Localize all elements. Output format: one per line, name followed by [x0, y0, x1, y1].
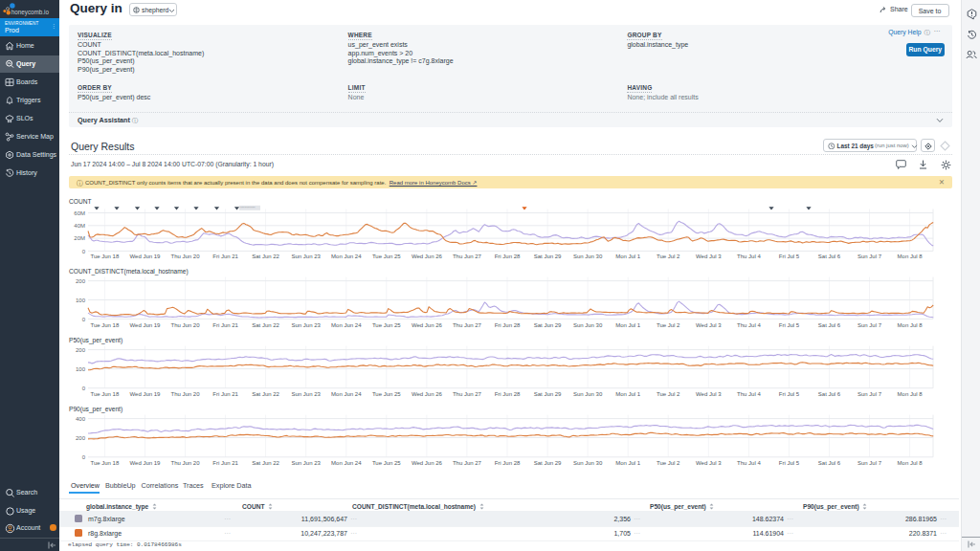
- svg-text:**********: **********: [240, 206, 256, 210]
- svg-text:Fri Jun 28: Fri Jun 28: [495, 253, 521, 259]
- svg-text:100: 100: [76, 366, 86, 372]
- svg-text:Wed Jun 26: Wed Jun 26: [412, 460, 443, 466]
- svg-text:Tue Jun 25: Tue Jun 25: [372, 253, 401, 259]
- svg-text:Thu Jun 20: Thu Jun 20: [170, 391, 200, 397]
- svg-text:Fri Jun 21: Fri Jun 21: [212, 322, 238, 328]
- svg-text:Mon Jul 1: Mon Jul 1: [615, 322, 641, 328]
- svg-text:Tue Jun 18: Tue Jun 18: [90, 391, 119, 397]
- svg-text:Fri Jul 5: Fri Jul 5: [779, 391, 800, 397]
- svg-text:Wed Jun 19: Wed Jun 19: [130, 391, 162, 397]
- svg-text:Tue Jun 25: Tue Jun 25: [372, 322, 401, 328]
- svg-text:Wed Jul 3: Wed Jul 3: [696, 391, 722, 397]
- svg-text:Sat Jul 6: Sat Jul 6: [818, 460, 841, 466]
- svg-text:Fri Jul 5: Fri Jul 5: [779, 460, 800, 466]
- svg-text:0: 0: [82, 249, 86, 254]
- svg-text:Wed Jul 3: Wed Jul 3: [696, 460, 722, 466]
- svg-text:Mon Jul 1: Mon Jul 1: [615, 253, 641, 259]
- svg-text:Tue Jun 25: Tue Jun 25: [372, 391, 401, 397]
- svg-text:Fri Jun 28: Fri Jun 28: [495, 460, 521, 466]
- svg-text:Thu Jun 27: Thu Jun 27: [453, 322, 482, 328]
- svg-text:Fri Jun 21: Fri Jun 21: [212, 460, 238, 466]
- svg-text:Thu Jun 20: Thu Jun 20: [170, 322, 200, 328]
- svg-text:Thu Jul 4: Thu Jul 4: [737, 253, 761, 259]
- svg-text:Wed Jun 26: Wed Jun 26: [412, 322, 443, 328]
- svg-text:Tue Jul 2: Tue Jul 2: [657, 391, 680, 397]
- svg-text:Wed Jun 19: Wed Jun 19: [130, 253, 162, 259]
- svg-text:Fri Jun 28: Fri Jun 28: [495, 322, 521, 328]
- svg-text:Thu Jul 4: Thu Jul 4: [737, 460, 761, 466]
- svg-text:20M: 20M: [74, 235, 85, 241]
- svg-text:100: 100: [76, 298, 86, 303]
- svg-text:Thu Jun 27: Thu Jun 27: [453, 460, 482, 466]
- svg-text:Sun Jul 7: Sun Jul 7: [858, 460, 882, 466]
- svg-text:Fri Jul 5: Fri Jul 5: [779, 253, 800, 259]
- svg-text:Sun Jun 23: Sun Jun 23: [292, 322, 322, 328]
- svg-text:200: 200: [76, 347, 86, 353]
- svg-text:Mon Jul 1: Mon Jul 1: [615, 391, 641, 397]
- svg-text:Tue Jun 25: Tue Jun 25: [372, 460, 401, 466]
- svg-text:Fri Jun 21: Fri Jun 21: [212, 253, 238, 259]
- svg-text:Mon Jun 24: Mon Jun 24: [331, 253, 362, 259]
- svg-text:Wed Jul 3: Wed Jul 3: [696, 322, 722, 328]
- svg-text:Sun Jul 7: Sun Jul 7: [858, 322, 882, 328]
- svg-text:200: 200: [76, 435, 86, 441]
- svg-text:Sun Jun 30: Sun Jun 30: [573, 460, 603, 466]
- svg-text:Mon Jun 24: Mon Jun 24: [331, 391, 362, 397]
- svg-text:Tue Jun 18: Tue Jun 18: [90, 460, 119, 466]
- svg-text:Sun Jun 23: Sun Jun 23: [292, 391, 322, 397]
- svg-text:Mon Jun 24: Mon Jun 24: [331, 460, 362, 466]
- svg-text:Sat Jun 22: Sat Jun 22: [252, 391, 279, 397]
- svg-text:Sat Jun 22: Sat Jun 22: [252, 253, 279, 259]
- svg-text:Tue Jul 2: Tue Jul 2: [657, 460, 680, 466]
- svg-text:200: 200: [76, 278, 86, 284]
- svg-text:400: 400: [76, 416, 86, 422]
- svg-text:Tue Jul 2: Tue Jul 2: [657, 322, 680, 328]
- svg-text:Thu Jul 4: Thu Jul 4: [737, 391, 761, 397]
- svg-text:Wed Jun 19: Wed Jun 19: [130, 322, 162, 328]
- svg-text:Thu Jun 27: Thu Jun 27: [453, 253, 482, 259]
- svg-text:0: 0: [82, 317, 86, 322]
- svg-text:60M: 60M: [74, 210, 85, 216]
- svg-text:Mon Jul 1: Mon Jul 1: [615, 460, 641, 466]
- svg-text:Mon Jul 8: Mon Jul 8: [898, 460, 924, 466]
- svg-text:Sat Jul 6: Sat Jul 6: [818, 322, 841, 328]
- svg-text:0: 0: [82, 386, 86, 391]
- svg-text:Thu Jun 27: Thu Jun 27: [453, 391, 482, 397]
- svg-text:40M: 40M: [74, 223, 85, 229]
- svg-text:Sat Jun 29: Sat Jun 29: [534, 391, 562, 397]
- svg-text:Sun Jun 23: Sun Jun 23: [292, 253, 322, 259]
- svg-text:Wed Jun 19: Wed Jun 19: [130, 460, 162, 466]
- svg-text:Sat Jun 29: Sat Jun 29: [534, 253, 562, 259]
- svg-text:Thu Jul 4: Thu Jul 4: [737, 322, 761, 328]
- svg-text:Tue Jun 18: Tue Jun 18: [90, 253, 119, 259]
- svg-text:Sun Jun 30: Sun Jun 30: [573, 253, 603, 259]
- svg-text:0: 0: [82, 454, 86, 460]
- svg-text:Thu Jun 20: Thu Jun 20: [170, 253, 200, 259]
- svg-text:Sat Jun 29: Sat Jun 29: [534, 322, 562, 328]
- svg-text:Sat Jul 6: Sat Jul 6: [818, 391, 841, 397]
- svg-text:Mon Jul 8: Mon Jul 8: [898, 253, 924, 259]
- svg-text:Mon Jul 8: Mon Jul 8: [898, 391, 924, 397]
- svg-text:Sun Jul 7: Sun Jul 7: [858, 391, 882, 397]
- svg-text:Fri Jun 28: Fri Jun 28: [495, 391, 521, 397]
- svg-text:Sat Jul 6: Sat Jul 6: [818, 253, 841, 259]
- svg-text:Mon Jul 8: Mon Jul 8: [898, 322, 924, 328]
- svg-text:Thu Jun 20: Thu Jun 20: [170, 460, 200, 466]
- svg-text:Sun Jun 30: Sun Jun 30: [573, 322, 603, 328]
- svg-text:Tue Jul 2: Tue Jul 2: [657, 253, 680, 259]
- svg-text:Mon Jun 24: Mon Jun 24: [331, 322, 362, 328]
- svg-text:Sun Jul 7: Sun Jul 7: [858, 253, 882, 259]
- svg-text:Tue Jun 18: Tue Jun 18: [90, 322, 119, 328]
- svg-text:Sun Jun 23: Sun Jun 23: [292, 460, 322, 466]
- svg-text:Fri Jun 21: Fri Jun 21: [212, 391, 238, 397]
- svg-text:Fri Jul 5: Fri Jul 5: [779, 322, 800, 328]
- svg-text:Sat Jun 22: Sat Jun 22: [252, 460, 279, 466]
- svg-text:Wed Jul 3: Wed Jul 3: [696, 253, 722, 259]
- svg-text:Wed Jun 26: Wed Jun 26: [412, 253, 443, 259]
- svg-text:Wed Jun 26: Wed Jun 26: [412, 391, 443, 397]
- svg-text:Sat Jun 22: Sat Jun 22: [252, 322, 279, 328]
- svg-text:Sun Jun 30: Sun Jun 30: [573, 391, 603, 397]
- svg-text:Sat Jun 29: Sat Jun 29: [534, 460, 562, 466]
